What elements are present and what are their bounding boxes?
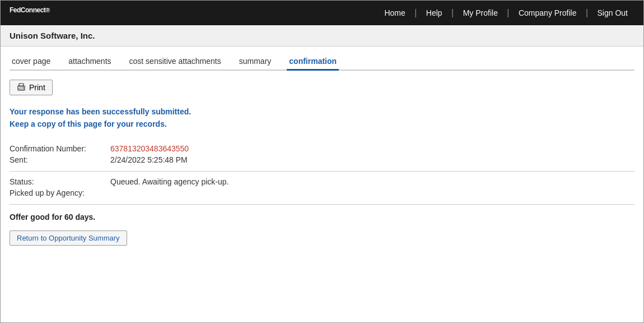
nav-sep-2: | (449, 8, 456, 18)
app-logo: FedConnect® (10, 6, 50, 20)
nav-sign-out[interactable]: Sign Out (591, 8, 634, 17)
company-header: Unison Software, Inc. (1, 25, 643, 47)
confirmation-details: Confirmation Number: 637813203483643550 … (10, 144, 634, 164)
tab-confirmation[interactable]: confirmation (287, 53, 339, 71)
company-name: Unison Software, Inc. (10, 31, 95, 40)
tab-cover-page[interactable]: cover page (10, 53, 53, 71)
confirmation-number-row: Confirmation Number: 637813203483643550 (10, 144, 634, 153)
tab-cost-sensitive[interactable]: cost sensitive attachments (127, 53, 223, 71)
status-value: Queued. Awaiting agency pick-up. (110, 177, 228, 186)
nav-sep-3: | (505, 8, 512, 18)
nav-company-profile[interactable]: Company Profile (512, 8, 584, 17)
nav-home[interactable]: Home (377, 8, 412, 17)
tab-attachments[interactable]: attachments (66, 53, 113, 71)
tabs-bar: cover page attachments cost sensitive at… (10, 47, 634, 71)
confirmation-number-label: Confirmation Number: (10, 144, 110, 153)
sent-label: Sent: (10, 155, 110, 164)
return-to-opportunity-button[interactable]: Return to Opportunity Summary (10, 230, 127, 246)
print-button[interactable]: Print (10, 80, 53, 95)
svg-point-3 (23, 87, 24, 88)
nav-sep-1: | (412, 8, 419, 18)
print-label: Print (29, 83, 45, 92)
confirmation-number-value: 637813203483643550 (110, 144, 189, 153)
nav-links: Home | Help | My Profile | Company Profi… (377, 8, 634, 18)
main-content: cover page attachments cost sensitive at… (1, 47, 643, 257)
svg-rect-1 (19, 88, 24, 90)
pickup-label: Picked up by Agency: (10, 188, 110, 197)
divider-1 (10, 171, 634, 172)
divider-2 (10, 204, 634, 205)
sent-value: 2/24/2022 5:25:48 PM (110, 155, 188, 164)
success-line1: Your response has been successfully subm… (10, 105, 634, 118)
nav-help[interactable]: Help (419, 8, 449, 17)
sent-row: Sent: 2/24/2022 5:25:48 PM (10, 155, 634, 164)
status-row: Status: Queued. Awaiting agency pick-up. (10, 177, 634, 186)
nav-sep-4: | (583, 8, 590, 18)
success-message: Your response has been successfully subm… (10, 105, 634, 131)
status-section: Status: Queued. Awaiting agency pick-up.… (10, 177, 634, 197)
offer-text: Offer good for 60 days. (10, 213, 634, 222)
status-label: Status: (10, 177, 110, 186)
nav-my-profile[interactable]: My Profile (456, 8, 505, 17)
print-icon (17, 83, 26, 92)
top-navigation: FedConnect® Home | Help | My Profile | C… (1, 1, 643, 25)
success-line2: Keep a copy of this page for your record… (10, 118, 634, 130)
pickup-row: Picked up by Agency: (10, 188, 634, 197)
tab-summary[interactable]: summary (237, 53, 274, 71)
